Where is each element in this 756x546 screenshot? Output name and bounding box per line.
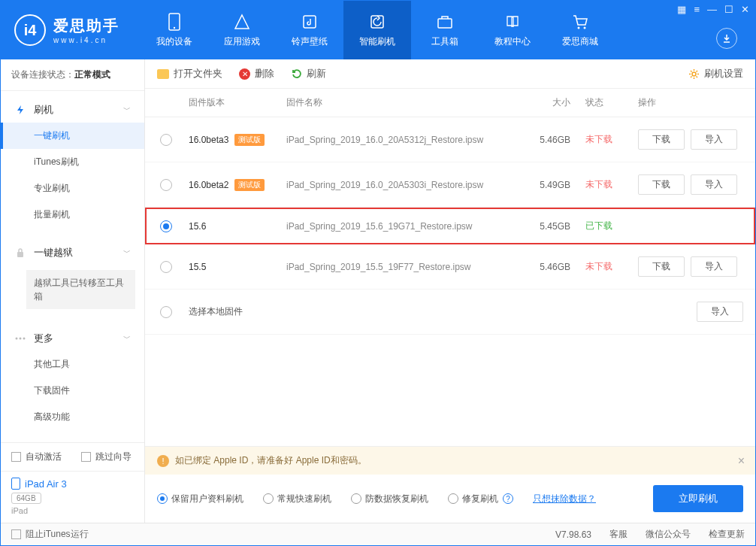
flash-options: 保留用户资料刷机 常规快速刷机 防数据恢复刷机 修复刷机 ? 只想抹除数据？ 立… xyxy=(145,475,755,523)
refresh-button[interactable]: 刷新 xyxy=(291,67,326,80)
nav-ringtones[interactable]: 铃声壁纸 xyxy=(276,1,343,59)
download-button[interactable]: 下载 xyxy=(638,174,685,195)
footer-update[interactable]: 检查更新 xyxy=(709,528,745,541)
grid-icon[interactable]: ▦ xyxy=(677,4,686,15)
footer-wechat[interactable]: 微信公众号 xyxy=(646,528,691,541)
nav-apps[interactable]: 应用游戏 xyxy=(208,1,276,59)
minimize-icon[interactable]: — xyxy=(707,4,717,15)
close-warning-button[interactable]: × xyxy=(738,454,745,468)
firmware-radio[interactable] xyxy=(160,134,172,146)
import-button[interactable]: 导入 xyxy=(697,302,743,322)
book-icon xyxy=(503,13,522,31)
sidebar-item-other-tools[interactable]: 其他工具 xyxy=(1,351,144,378)
col-ops: 操作 xyxy=(623,96,743,109)
firmware-status: 未下载 xyxy=(570,133,623,146)
sidebar-flash-header[interactable]: 刷机 ﹀ xyxy=(1,97,144,123)
firmware-radio[interactable] xyxy=(160,306,172,318)
sidebar-item-itunes-flash[interactable]: iTunes刷机 xyxy=(1,149,144,175)
device-type: iPad xyxy=(11,506,134,515)
delete-button[interactable]: ✕ 删除 xyxy=(239,67,274,80)
block-itunes-checkbox[interactable] xyxy=(11,529,21,539)
firmware-row: 15.5 iPad_Spring_2019_15.5_19F77_Restore… xyxy=(145,244,755,290)
sidebar-item-pro-flash[interactable]: 专业刷机 xyxy=(1,175,144,202)
flash-group-icon xyxy=(14,104,26,116)
firmware-radio[interactable] xyxy=(160,261,172,273)
download-indicator[interactable] xyxy=(716,28,737,49)
firmware-status: 未下载 xyxy=(570,260,623,273)
erase-data-link[interactable]: 只想抹除数据？ xyxy=(533,493,596,505)
skip-guide-checkbox[interactable] xyxy=(81,452,91,462)
block-itunes-label: 阻止iTunes运行 xyxy=(26,528,89,541)
toolbox-icon xyxy=(436,13,454,31)
sidebar-more-header[interactable]: 更多 ﹀ xyxy=(1,326,144,351)
flash-settings-button[interactable]: 刷机设置 xyxy=(688,67,743,80)
sidebar-item-batch-flash[interactable]: 批量刷机 xyxy=(1,202,144,228)
firmware-row-selected: 15.6 iPad_Spring_2019_15.6_19G71_Restore… xyxy=(145,208,755,244)
nav-toolbox[interactable]: 工具箱 xyxy=(411,1,479,59)
nav-my-device[interactable]: 我的设备 xyxy=(141,1,208,59)
flash-now-button[interactable]: 立即刷机 xyxy=(653,485,743,512)
option-repair[interactable]: 修复刷机 xyxy=(448,493,498,505)
svg-rect-2 xyxy=(304,16,316,28)
phone-icon xyxy=(165,13,183,31)
lock-icon xyxy=(14,247,26,259)
toolbar: 打开文件夹 ✕ 删除 刷新 刷机设置 xyxy=(145,59,755,89)
download-button[interactable]: 下载 xyxy=(638,256,685,277)
main-content: 打开文件夹 ✕ 删除 刷新 刷机设置 固件版本 固件名称 大小 状态 操作 xyxy=(145,59,755,523)
skip-guide-label: 跳过向导 xyxy=(95,450,132,463)
nav-store[interactable]: 爱思商城 xyxy=(546,1,614,59)
warning-icon: ! xyxy=(157,455,169,467)
firmware-name: iPad_Spring_2019_16.0_20A5303i_Restore.i… xyxy=(286,180,510,190)
nav-flash[interactable]: 智能刷机 xyxy=(343,1,411,59)
firmware-size: 5.45GB xyxy=(510,221,570,232)
gear-icon xyxy=(688,68,700,80)
maximize-icon[interactable]: ☐ xyxy=(724,4,733,15)
option-normal[interactable]: 常规快速刷机 xyxy=(263,493,331,505)
delete-icon: ✕ xyxy=(239,68,250,80)
import-button[interactable]: 导入 xyxy=(691,129,737,150)
footer-support[interactable]: 客服 xyxy=(609,528,627,541)
chevron-down-icon: ﹀ xyxy=(123,247,131,258)
import-button[interactable]: 导入 xyxy=(691,256,737,277)
logo: i4 爱思助手 www.i4.cn xyxy=(1,14,133,46)
auto-activate-checkbox[interactable] xyxy=(11,452,21,462)
col-version: 固件版本 xyxy=(189,96,286,109)
import-button[interactable]: 导入 xyxy=(691,174,737,195)
svg-point-6 xyxy=(584,26,586,29)
beta-badge: 测试版 xyxy=(234,134,265,146)
music-icon xyxy=(301,13,319,31)
sidebar-item-download-fw[interactable]: 下载固件 xyxy=(1,378,144,404)
col-status: 状态 xyxy=(570,96,623,109)
firmware-size: 5.49GB xyxy=(510,180,570,190)
sidebar-item-advanced[interactable]: 高级功能 xyxy=(1,404,144,430)
jailbreak-notice: 越狱工具已转移至工具箱 xyxy=(26,270,135,309)
device-info[interactable]: iPad Air 3 64GB iPad xyxy=(1,471,144,523)
firmware-name: iPad_Spring_2019_16.0_20A5312j_Restore.i… xyxy=(286,135,510,145)
firmware-row: 16.0beta2测试版 iPad_Spring_2019_16.0_20A53… xyxy=(145,162,755,208)
download-button[interactable]: 下载 xyxy=(638,129,685,150)
open-folder-button[interactable]: 打开文件夹 xyxy=(157,67,222,80)
sidebar: 设备连接状态：正常模式 刷机 ﹀ 一键刷机 iTunes刷机 专业刷机 批量刷机… xyxy=(1,59,145,523)
firmware-size: 5.46GB xyxy=(510,262,570,272)
option-anti-recovery[interactable]: 防数据恢复刷机 xyxy=(351,493,428,505)
sidebar-item-onekey-flash[interactable]: 一键刷机 xyxy=(1,123,144,149)
app-url: www.i4.cn xyxy=(53,36,119,44)
svg-point-1 xyxy=(174,26,175,28)
close-icon[interactable]: ✕ xyxy=(741,4,749,15)
help-icon[interactable]: ? xyxy=(503,493,513,504)
device-icon xyxy=(11,478,20,490)
flash-icon xyxy=(368,13,386,31)
firmware-row-local: 选择本地固件 导入 xyxy=(145,290,755,335)
option-keep-data[interactable]: 保留用户资料刷机 xyxy=(157,493,243,505)
status-bar: 阻止iTunes运行 V7.98.63 客服 微信公众号 检查更新 xyxy=(1,523,755,545)
firmware-radio[interactable] xyxy=(160,220,172,232)
sidebar-jailbreak-header[interactable]: 一键越狱 ﹀ xyxy=(1,240,144,265)
svg-rect-7 xyxy=(17,252,23,257)
firmware-status: 未下载 xyxy=(570,178,623,191)
menu-icon[interactable]: ≡ xyxy=(694,4,700,15)
svg-point-5 xyxy=(578,26,580,29)
firmware-name: iPad_Spring_2019_15.6_19G71_Restore.ipsw xyxy=(286,221,510,232)
firmware-row: 16.0beta3测试版 iPad_Spring_2019_16.0_20A53… xyxy=(145,117,755,162)
firmware-radio[interactable] xyxy=(160,179,172,191)
nav-tutorials[interactable]: 教程中心 xyxy=(479,1,546,59)
